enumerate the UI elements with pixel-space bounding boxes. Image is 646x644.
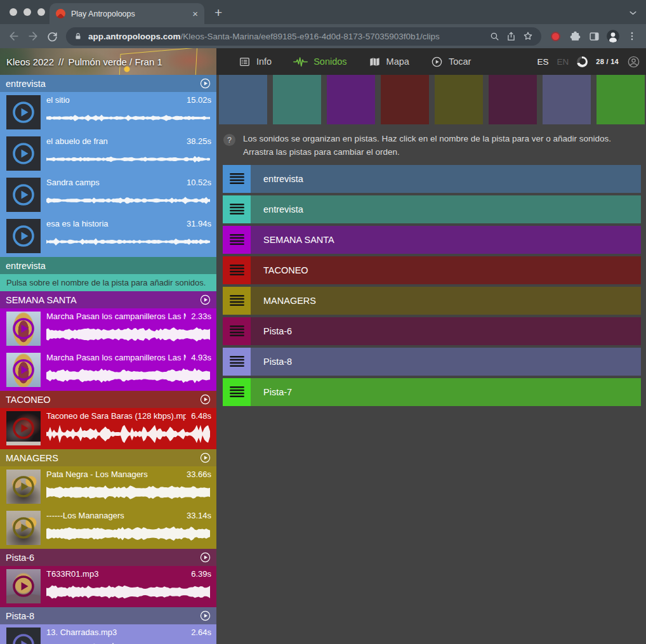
track-row[interactable]: entrevista bbox=[223, 165, 641, 193]
record-extension-icon[interactable] bbox=[551, 32, 560, 41]
track-section-header[interactable]: MANAGERS bbox=[0, 449, 216, 466]
clip-waveform bbox=[46, 524, 211, 543]
track-section: Pista-813. Charradas.mp32.64s bbox=[0, 607, 216, 644]
play-all-button[interactable] bbox=[200, 294, 211, 305]
zoom-magnifier-icon[interactable] bbox=[489, 31, 500, 42]
track-row[interactable]: Pista-6 bbox=[223, 317, 641, 345]
clip-play-button[interactable] bbox=[12, 142, 35, 165]
forward-button[interactable] bbox=[25, 28, 41, 44]
nav-info[interactable]: Info bbox=[228, 48, 282, 75]
project-hero[interactable]: Kleos 2022//Pulmón verde / Fran 1 bbox=[0, 48, 216, 75]
track-section-header[interactable]: SEMANA SANTA bbox=[0, 291, 216, 308]
play-all-button[interactable] bbox=[200, 452, 211, 463]
reload-button[interactable] bbox=[44, 28, 60, 44]
url-text[interactable]: app.antropoloops.com/Kleos-Santa-Marina/… bbox=[88, 32, 484, 41]
track-section-header[interactable]: Pista-8 bbox=[0, 607, 216, 624]
clip-item[interactable]: 13. Charradas.mp32.64s bbox=[0, 624, 216, 644]
browser-tab[interactable]: Play Antropoloops × bbox=[49, 3, 204, 24]
share-icon[interactable] bbox=[506, 31, 517, 42]
track-row-body[interactable]: TACONEO bbox=[251, 256, 641, 284]
nav-sonidos[interactable]: Sonidos bbox=[282, 48, 357, 75]
project-title: Kleos 2022 bbox=[6, 56, 54, 67]
track-row[interactable]: Pista-7 bbox=[223, 378, 641, 406]
track-row-body[interactable]: entrevista bbox=[251, 165, 641, 193]
clip-item[interactable]: el abuelo de fran38.25s bbox=[0, 133, 216, 174]
nav-tocar[interactable]: Tocar bbox=[420, 48, 482, 75]
clip-item[interactable]: el sitio15.02s bbox=[0, 92, 216, 133]
breadcrumb-separator: // bbox=[58, 56, 63, 67]
play-all-button[interactable] bbox=[200, 610, 211, 621]
clip-item[interactable]: esa es la historia31.94s bbox=[0, 216, 216, 257]
new-tab-button[interactable]: + bbox=[214, 6, 222, 19]
track-drag-handle[interactable] bbox=[223, 378, 251, 406]
track-row[interactable]: SEMANA SANTA bbox=[223, 226, 641, 254]
track-drag-handle[interactable] bbox=[223, 348, 251, 376]
track-section-header[interactable]: entrevista bbox=[0, 257, 216, 274]
clip-item[interactable]: Marcha Pasan los campanilleros Las Mejor… bbox=[0, 308, 216, 350]
track-row-body[interactable]: entrevista bbox=[251, 195, 641, 223]
clip-item[interactable]: Taconeo de Sara Baras (128 kbps).mp36.48… bbox=[0, 408, 216, 449]
track-section-header[interactable]: entrevista bbox=[0, 75, 216, 92]
clip-item[interactable]: T633R01.mp36.39s bbox=[0, 566, 216, 607]
track-row-body[interactable]: Pista-6 bbox=[251, 317, 641, 345]
track-row[interactable]: TACONEO bbox=[223, 256, 641, 284]
clip-play-button[interactable] bbox=[12, 633, 35, 644]
lock-icon[interactable] bbox=[74, 32, 82, 41]
clip-play-button[interactable] bbox=[12, 475, 35, 498]
clip-play-button[interactable] bbox=[12, 317, 35, 340]
window-zoom-button[interactable] bbox=[37, 8, 45, 16]
track-row[interactable]: entrevista bbox=[223, 195, 641, 223]
clip-play-button[interactable] bbox=[12, 358, 35, 381]
clip-item[interactable]: Pata Negra - Los Managers33.66s bbox=[0, 466, 216, 508]
clip-waveform bbox=[46, 232, 211, 251]
track-section-name: Pista-6 bbox=[6, 553, 34, 563]
track-row-body[interactable]: SEMANA SANTA bbox=[251, 226, 641, 254]
clip-play-button[interactable] bbox=[12, 417, 35, 440]
track-row[interactable]: Pista-8 bbox=[223, 348, 641, 376]
play-all-button[interactable] bbox=[200, 552, 211, 563]
profile-avatar[interactable] bbox=[605, 28, 621, 44]
track-drag-handle[interactable] bbox=[223, 317, 251, 345]
track-section: Pista-6T633R01.mp36.39s bbox=[0, 549, 216, 607]
track-section-header[interactable]: TACONEO bbox=[0, 391, 216, 408]
drag-handle-icon bbox=[230, 204, 244, 214]
clip-play-button[interactable] bbox=[12, 516, 35, 539]
track-row-body[interactable]: Pista-7 bbox=[251, 378, 641, 406]
lang-es-button[interactable]: ES bbox=[537, 57, 548, 67]
tab-close-icon[interactable]: × bbox=[192, 9, 198, 18]
side-panel-icon[interactable] bbox=[586, 28, 602, 44]
clip-play-button[interactable] bbox=[12, 101, 35, 124]
extensions-puzzle-icon[interactable] bbox=[567, 28, 583, 44]
drag-handle-icon bbox=[230, 173, 244, 184]
track-drag-handle[interactable] bbox=[223, 226, 251, 254]
track-drag-handle[interactable] bbox=[223, 195, 251, 223]
clip-play-button[interactable] bbox=[12, 183, 35, 206]
clip-duration: 6.39s bbox=[191, 569, 211, 579]
track-row[interactable]: MANAGERS bbox=[223, 287, 641, 315]
clip-title: el sitio bbox=[46, 95, 181, 105]
play-all-button[interactable] bbox=[200, 394, 211, 405]
clip-item[interactable]: ------Los Mananagers33.14s bbox=[0, 508, 216, 549]
nav-mapa[interactable]: Mapa bbox=[358, 48, 420, 75]
track-row-body[interactable]: Pista-8 bbox=[251, 348, 641, 376]
clip-play-button[interactable] bbox=[12, 225, 35, 247]
clip-item[interactable]: Sandra camps10.52s bbox=[0, 174, 216, 216]
tab-search-chevron-icon[interactable] bbox=[628, 8, 638, 18]
back-button[interactable] bbox=[6, 28, 22, 44]
play-all-button[interactable] bbox=[200, 78, 211, 89]
track-row-body[interactable]: MANAGERS bbox=[251, 287, 641, 315]
track-section-header[interactable]: Pista-6 bbox=[0, 549, 216, 566]
lang-en-button[interactable]: EN bbox=[557, 57, 569, 67]
window-minimize-button[interactable] bbox=[23, 8, 31, 16]
track-drag-handle[interactable] bbox=[223, 287, 251, 315]
track-drag-handle[interactable] bbox=[223, 165, 251, 193]
clip-play-button[interactable] bbox=[12, 575, 35, 598]
clip-item[interactable]: Marcha Pasan los campanilleros Las Mejor… bbox=[0, 350, 216, 391]
browser-menu-icon[interactable] bbox=[624, 28, 640, 44]
clip-waveform bbox=[46, 483, 211, 502]
track-drag-handle[interactable] bbox=[223, 256, 251, 284]
account-icon[interactable] bbox=[627, 55, 640, 69]
window-close-button[interactable] bbox=[10, 8, 17, 16]
address-bar[interactable]: app.antropoloops.com/Kleos-Santa-Marina/… bbox=[66, 27, 541, 46]
bookmark-star-icon[interactable] bbox=[522, 30, 534, 42]
